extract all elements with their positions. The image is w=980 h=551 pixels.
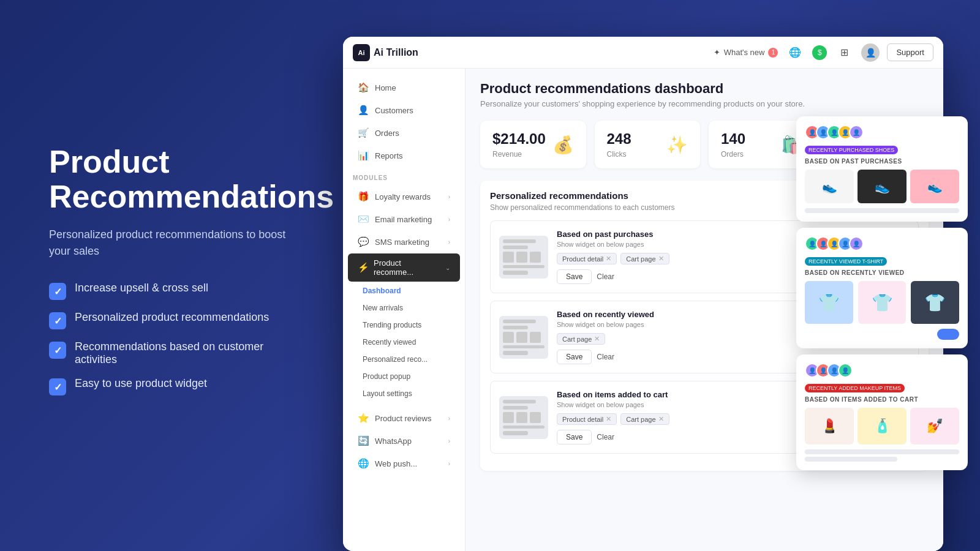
feature-item: Increase upsell & cross sell bbox=[49, 282, 294, 300]
sidebar-item-email[interactable]: ✉️ Email marketing › bbox=[348, 208, 460, 230]
shirt-image-2: 👕 bbox=[858, 281, 907, 324]
web-push-label: Web push... bbox=[375, 459, 417, 468]
revenue-icon: 💰 bbox=[552, 135, 574, 155]
chevron-right-icon: › bbox=[448, 193, 450, 200]
green-circle-button[interactable]: $ bbox=[812, 45, 827, 60]
sidebar-item-sms[interactable]: 💬 SMS marketing › bbox=[348, 231, 460, 253]
preview-sq bbox=[503, 332, 514, 343]
tag-remove-icon[interactable]: ✕ bbox=[606, 415, 611, 423]
sidebar-item-orders[interactable]: 🛒 Orders bbox=[348, 122, 460, 144]
clear-button-2[interactable]: Clear bbox=[597, 353, 614, 361]
cart-badge: RECENTLY ADDED MAKEUP ITEMS bbox=[805, 384, 905, 392]
home-label: Home bbox=[375, 83, 396, 92]
preview-sq bbox=[516, 412, 527, 423]
panel-bar-3 bbox=[805, 449, 959, 454]
rec-preview-2 bbox=[499, 316, 548, 359]
tag-remove-icon[interactable]: ✕ bbox=[658, 415, 664, 423]
whatsapp-label: WhatsApp bbox=[375, 437, 412, 446]
sidebar-item-web-push[interactable]: 🌐 Web push... › bbox=[348, 452, 460, 474]
feature-text: Increase upsell & cross sell bbox=[75, 282, 208, 294]
preview-bar bbox=[503, 326, 528, 329]
language-button[interactable]: 🌐 bbox=[785, 43, 805, 62]
preview-bar bbox=[503, 345, 545, 348]
preview-bar bbox=[503, 271, 528, 274]
logo-text: Ai Trillion bbox=[374, 47, 418, 58]
main-subtitle: Personalized product recommendations to … bbox=[49, 227, 294, 260]
user-avatar[interactable]: 👤 bbox=[861, 43, 880, 62]
chevron-down-icon: ⌄ bbox=[445, 264, 450, 271]
modules-label: MODULES bbox=[343, 167, 465, 185]
panel-recently-viewed: 👤 👤 👤 👤 👤 RECENTLY VIEWED T-SHIRT BASED … bbox=[796, 228, 968, 348]
sidebar-item-loyalty[interactable]: 🎁 Loyalty rewards › bbox=[348, 186, 460, 208]
feature-list: Increase upsell & cross sell Personalize… bbox=[49, 282, 294, 395]
user-avatar-5: 👤 bbox=[849, 236, 864, 251]
preview-row bbox=[503, 252, 545, 263]
support-button[interactable]: Support bbox=[887, 43, 933, 61]
sidebar-item-home[interactable]: 🏠 Home bbox=[348, 77, 460, 99]
logo-area: Ai Ai Trillion bbox=[353, 44, 418, 61]
preview-sq bbox=[530, 252, 541, 263]
rec-tag: Cart page ✕ bbox=[557, 333, 605, 345]
sidebar-item-product-reviews[interactable]: ⭐ Product reviews › bbox=[348, 407, 460, 429]
sidebar-item-reports[interactable]: 📊 Reports bbox=[348, 144, 460, 167]
shoe-image-1: 👟 bbox=[805, 170, 854, 203]
feature-text: Easy to use product widget bbox=[75, 377, 207, 390]
shoe-image-2: 👟 bbox=[858, 170, 907, 203]
sub-nav-product-popup[interactable]: Product popup bbox=[343, 368, 465, 385]
chevron-right-icon: › bbox=[448, 415, 450, 422]
reports-icon: 📊 bbox=[358, 150, 369, 161]
customers-label: Customers bbox=[375, 106, 413, 115]
sub-nav-personalized[interactable]: Personalized reco... bbox=[343, 351, 465, 368]
email-icon: ✉️ bbox=[358, 214, 369, 225]
sidebar-item-product-recomm-active[interactable]: ⚡ Product recomme... ⌄ bbox=[348, 253, 460, 282]
tag-remove-icon[interactable]: ✕ bbox=[594, 335, 600, 343]
app-container: Ai Ai Trillion ✦ What's new 1 🌐 $ ⊞ 👤 Su… bbox=[337, 18, 962, 533]
stat-card-revenue: $214.00 Revenue 💰 bbox=[480, 121, 586, 168]
tag-remove-icon[interactable]: ✕ bbox=[606, 255, 611, 263]
sidebar-item-customers[interactable]: 👤 Customers bbox=[348, 99, 460, 121]
user-avatar-5: 👤 bbox=[849, 125, 864, 140]
marketing-section: ProductRecommendations Personalized prod… bbox=[0, 108, 331, 443]
sub-nav-trending[interactable]: Trending products bbox=[343, 317, 465, 334]
preview-sq bbox=[530, 332, 541, 343]
chevron-right-icon: › bbox=[448, 438, 450, 444]
sidebar-item-whatsapp[interactable]: 🔄 WhatsApp › bbox=[348, 430, 460, 452]
orders-label: Orders bbox=[721, 150, 745, 159]
preview-bar bbox=[503, 406, 528, 410]
page-subtitle: Personalize your customers' shopping exp… bbox=[480, 99, 929, 108]
rec-preview-1 bbox=[499, 236, 548, 279]
check-icon bbox=[49, 312, 66, 329]
preview-bar bbox=[503, 265, 545, 268]
check-icon bbox=[49, 378, 66, 395]
panel-title-past: BASED ON PAST PURCHASES bbox=[805, 158, 959, 165]
tag-remove-icon[interactable]: ✕ bbox=[658, 255, 664, 263]
logo-icon: Ai bbox=[353, 44, 370, 61]
save-button-1[interactable]: Save bbox=[557, 269, 592, 284]
revenue-value: $214.00 bbox=[492, 130, 546, 148]
rec-preview-3 bbox=[499, 396, 548, 439]
panel-bar-3b bbox=[805, 457, 897, 462]
panel-makeup-images: 💄 🧴 💅 bbox=[805, 408, 959, 444]
shoe-image-3: 👟 bbox=[910, 170, 959, 203]
clear-button-1[interactable]: Clear bbox=[597, 272, 614, 281]
clear-button-3[interactable]: Clear bbox=[597, 433, 614, 441]
feature-text: Recommendations based on customer activi… bbox=[75, 340, 294, 366]
sub-nav-new-arrivals[interactable]: New arrivals bbox=[343, 299, 465, 317]
save-button-2[interactable]: Save bbox=[557, 350, 592, 364]
save-button-3[interactable]: Save bbox=[557, 430, 592, 444]
page-title: Product recommendations dashboard bbox=[480, 81, 929, 97]
preview-row bbox=[503, 332, 545, 343]
top-bar-right: ✦ What's new 1 🌐 $ ⊞ 👤 Support bbox=[714, 43, 933, 62]
sub-nav-layout-settings[interactable]: Layout settings bbox=[343, 385, 465, 402]
preview-bar bbox=[503, 239, 536, 243]
user-avatar-4: 👤 bbox=[838, 363, 853, 378]
clicks-label: Clicks bbox=[607, 150, 631, 159]
sub-nav-dashboard[interactable]: Dashboard bbox=[343, 282, 465, 299]
whats-new-button[interactable]: ✦ What's new 1 bbox=[714, 48, 778, 58]
orders-label: Orders bbox=[375, 129, 399, 138]
grid-button[interactable]: ⊞ bbox=[834, 43, 854, 62]
sub-nav-recently-viewed[interactable]: Recently viewed bbox=[343, 334, 465, 351]
preview-row bbox=[503, 412, 545, 423]
preview-bar bbox=[503, 425, 545, 429]
feature-item: Easy to use product widget bbox=[49, 377, 294, 395]
